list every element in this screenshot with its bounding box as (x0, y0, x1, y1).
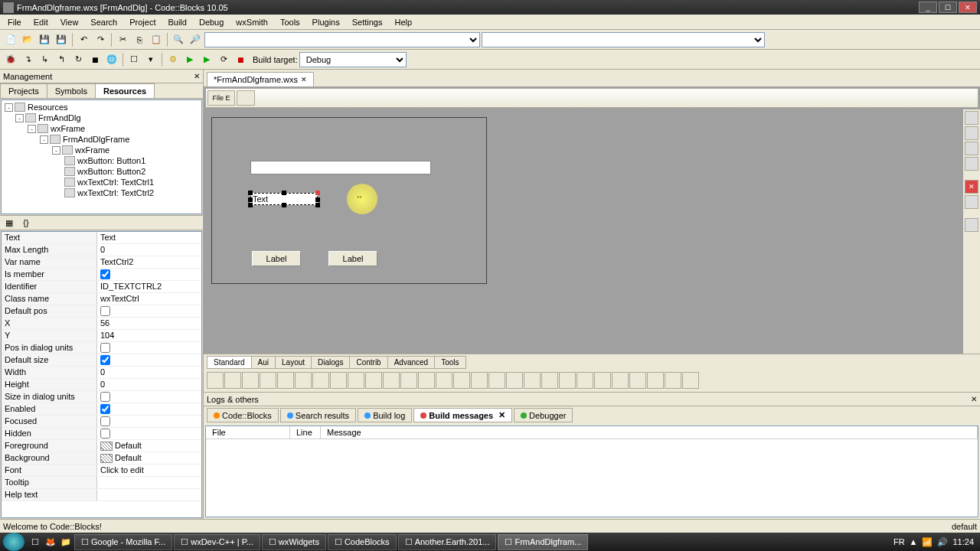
firefox-icon[interactable]: 🦊 (43, 534, 58, 549)
property-checkbox[interactable] (100, 416, 110, 426)
property-row[interactable]: Max Length0 (2, 244, 201, 256)
property-row[interactable]: IdentifierID_TEXTCTRL2 (2, 281, 201, 293)
palette-widget-button[interactable] (242, 372, 259, 389)
palette-widget-button[interactable] (682, 372, 699, 389)
menu-project[interactable]: Project (123, 16, 162, 28)
property-row[interactable]: Tooltip (2, 477, 201, 489)
tool-icon-2[interactable] (965, 126, 978, 140)
find-icon[interactable]: 🔍 (171, 32, 186, 47)
button1-preview[interactable]: Label (252, 251, 301, 266)
tree-item[interactable]: wxTextCtrl: TextCtrl1 (3, 177, 200, 187)
property-grid[interactable]: TextTextMax Length0Var nameTextCtrl2Is m… (1, 231, 202, 518)
property-row[interactable]: Var nameTextCtrl2 (2, 256, 201, 269)
property-checkbox[interactable] (100, 404, 110, 414)
log-tab-search-results[interactable]: Search results (280, 408, 356, 422)
property-checkbox[interactable] (100, 429, 110, 439)
palette-widget-button[interactable] (647, 372, 664, 389)
palette-widget-button[interactable] (453, 372, 470, 389)
paste-icon[interactable]: 📋 (149, 32, 164, 47)
palette-widget-button[interactable] (400, 372, 417, 389)
categorize-icon[interactable]: ▦ (2, 215, 17, 230)
redo-icon[interactable]: ↷ (93, 32, 108, 47)
palette-widget-button[interactable] (488, 372, 505, 389)
palette-widget-button[interactable] (383, 372, 400, 389)
palette-widget-button[interactable] (629, 372, 646, 389)
tree-item[interactable]: wxButton: Button1 (3, 155, 200, 166)
tool-icon-3[interactable] (965, 142, 978, 155)
palette-widget-button[interactable] (506, 372, 523, 389)
textctrl1-preview[interactable] (250, 161, 431, 174)
open-file-icon[interactable]: 📂 (20, 32, 35, 47)
tree-expander-icon[interactable]: - (40, 135, 48, 144)
minimize-button[interactable]: _ (919, 2, 937, 13)
menu-settings[interactable]: Settings (346, 16, 389, 28)
property-row[interactable]: Help text (2, 489, 201, 501)
property-row[interactable]: FontClick to edit (2, 465, 201, 477)
tree-expander-icon[interactable]: - (52, 146, 60, 155)
menu-help[interactable]: Help (388, 16, 418, 28)
resource-tree[interactable]: -Resources-FrmAndDlg-wxFrame-FrmAndDlgFr… (1, 99, 202, 214)
menu-tools[interactable]: Tools (274, 16, 306, 28)
tray-icon[interactable]: ▲ (910, 537, 918, 546)
maximize-button[interactable]: ☐ (939, 2, 957, 13)
mgmt-tab-projects[interactable]: Projects (0, 83, 47, 98)
quicklaunch-icon[interactable]: ☐ (28, 534, 43, 549)
globe-icon[interactable]: 🌐 (104, 52, 119, 67)
property-row[interactable]: Enabled (2, 403, 201, 416)
palette-widget-button[interactable] (524, 372, 541, 389)
palette-widget-button[interactable] (541, 372, 558, 389)
palette-widget-button[interactable] (277, 372, 294, 389)
palette-widget-button[interactable] (665, 372, 681, 389)
tree-item[interactable]: -Resources (3, 102, 200, 112)
tool-icon-1[interactable] (965, 111, 978, 125)
palette-widget-button[interactable] (559, 372, 576, 389)
tree-item[interactable]: -wxFrame (3, 145, 200, 155)
tree-expander-icon[interactable]: - (28, 125, 36, 133)
menu-file[interactable]: File (2, 16, 28, 28)
taskbar-item[interactable]: ☐FrmAndDlgfram... (498, 534, 588, 550)
property-row[interactable]: Hidden (2, 428, 201, 440)
dropdown-icon[interactable]: ▾ (143, 52, 158, 67)
palette-widget-button[interactable] (471, 372, 488, 389)
palette-tab-advanced[interactable]: Advanced (387, 356, 435, 369)
property-checkbox[interactable] (100, 392, 110, 402)
property-checkbox[interactable] (100, 306, 110, 316)
designer-tool-button[interactable] (237, 90, 255, 106)
start-button[interactable] (3, 533, 24, 551)
tree-item[interactable]: -wxFrame (3, 123, 200, 134)
palette-widget-button[interactable] (330, 372, 347, 389)
tree-item[interactable]: -FrmAndDlgFrame (3, 134, 200, 145)
cut-icon[interactable]: ✂ (115, 32, 130, 47)
button2-preview[interactable]: Label (328, 251, 377, 266)
tree-expander-icon[interactable]: - (5, 103, 13, 112)
palette-tab-dialogs[interactable]: Dialogs (311, 356, 350, 369)
taskbar-item[interactable]: ☐Another.Earth.201... (398, 534, 497, 550)
search-combo[interactable] (204, 32, 480, 47)
palette-tab-contrib[interactable]: Contrib (349, 356, 387, 369)
new-file-icon[interactable]: 📄 (3, 32, 18, 47)
palette-tab-tools[interactable]: Tools (434, 356, 466, 369)
stop-icon[interactable]: ⏹ (87, 52, 103, 67)
property-row[interactable]: BackgroundDefault (2, 452, 201, 465)
palette-widget-button[interactable] (295, 372, 312, 389)
palette-tab-layout[interactable]: Layout (275, 356, 312, 369)
menu-view[interactable]: View (54, 16, 85, 28)
run-icon[interactable]: ▶ (182, 52, 198, 67)
log-content[interactable]: File Line Message (205, 425, 978, 517)
log-tab-build-messages[interactable]: Build messages✕ (413, 408, 512, 422)
property-row[interactable]: X56 (2, 318, 201, 330)
abort-icon[interactable]: ⏹ (233, 52, 248, 67)
palette-widget-button[interactable] (224, 372, 241, 389)
step-over-icon[interactable]: ↴ (20, 52, 35, 67)
context-combo[interactable] (482, 32, 765, 47)
tab-close-icon[interactable]: ✕ (301, 76, 307, 83)
palette-tab-standard[interactable]: Standard (207, 356, 252, 369)
palette-widget-button[interactable] (577, 372, 593, 389)
copy-icon[interactable]: ⎘ (132, 32, 147, 47)
textctrl2-preview[interactable]: Text (250, 193, 318, 205)
design-canvas[interactable]: Text ↔ Label Label (211, 117, 487, 284)
taskbar-item[interactable]: ☐Google - Mozilla F... (74, 534, 172, 550)
palette-tab-aui[interactable]: Aui (251, 356, 276, 369)
step-out-icon[interactable]: ↰ (54, 52, 69, 67)
palette-widget-button[interactable] (612, 372, 629, 389)
